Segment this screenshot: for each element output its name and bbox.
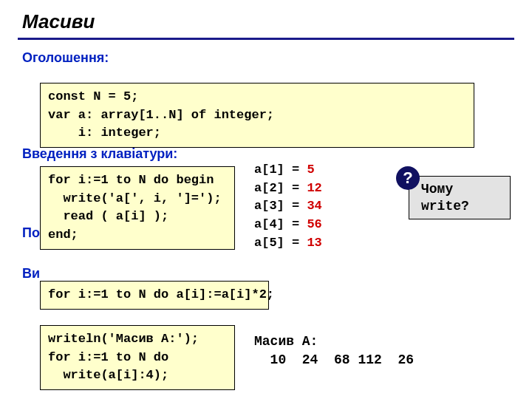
code-line: end; — [48, 228, 78, 242]
title-divider — [18, 38, 514, 40]
code-line: write('a[', i, ']='); — [48, 191, 222, 205]
callout-line-2: write? — [421, 198, 505, 215]
array-value-row: a[3] = 34 — [254, 197, 322, 216]
array-value-row: a[2] = 12 — [254, 180, 322, 198]
code-read-loop: for i:=1 to N do begin write('a[', i, ']… — [40, 166, 235, 250]
section-declaration: Оголошення: — [0, 50, 532, 66]
callout-why-write: ? Чому write? — [409, 176, 511, 219]
array-key: a[5] = — [254, 236, 307, 250]
code-line: for i:=1 to N do a[i]:=a[i]*2; — [48, 287, 274, 301]
callout-line-1: Чому — [421, 181, 505, 198]
section-poelem-prefix: По — [22, 225, 40, 241]
array-key: a[4] = — [254, 217, 307, 231]
code-line: for i:=1 to N do — [48, 350, 176, 364]
array-val: 34 — [307, 199, 321, 213]
output-line: Масив A: — [254, 334, 318, 349]
array-value-row: a[1] = 5 — [254, 161, 322, 180]
array-val: 13 — [307, 236, 321, 250]
code-line: for i:=1 to N do begin — [48, 173, 214, 187]
array-values: a[1] = 5a[2] = 12a[3] = 34a[4] = 56a[5] … — [254, 161, 322, 252]
code-line: i: integer; — [48, 126, 161, 140]
array-key: a[1] = — [254, 163, 307, 177]
array-key: a[2] = — [254, 181, 307, 195]
array-value-row: a[5] = 13 — [254, 234, 322, 253]
code-line: const N = 5; — [48, 89, 138, 103]
array-val: 56 — [307, 217, 321, 231]
section-input: Введення з клавіатури: — [22, 146, 177, 162]
page-title: Масиви — [0, 0, 532, 38]
code-double-loop: for i:=1 to N do a[i]:=a[i]*2; — [40, 281, 269, 310]
code-line: var a: array[1..N] of integer; — [48, 108, 274, 122]
array-value-row: a[4] = 56 — [254, 216, 322, 234]
code-declaration: const N = 5; var a: array[1..N] of integ… — [40, 83, 474, 148]
code-line: read ( a[i] ); — [48, 209, 168, 223]
array-val: 12 — [307, 181, 321, 195]
code-line: writeln('Масив A:'); — [48, 332, 199, 346]
question-icon: ? — [396, 166, 420, 190]
array-val: 5 — [307, 163, 314, 177]
output-line: 10 24 68 112 26 — [254, 352, 414, 367]
code-print-loop: writeln('Масив A:'); for i:=1 to N do wr… — [40, 325, 235, 390]
array-key: a[3] = — [254, 199, 307, 213]
program-output: Масив A: 10 24 68 112 26 — [254, 332, 414, 369]
section-output-prefix: Ви — [22, 266, 40, 282]
code-line: write(a[i]:4); — [48, 368, 168, 382]
